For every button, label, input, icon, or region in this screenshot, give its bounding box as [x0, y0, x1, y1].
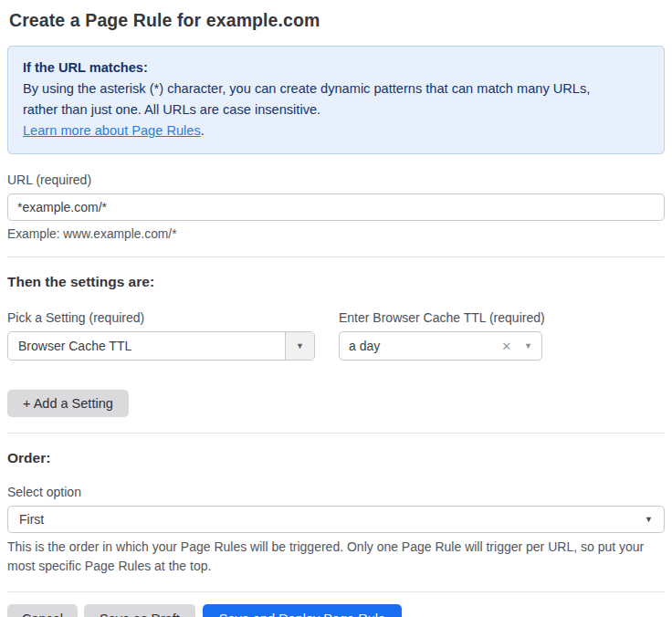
save-and-deploy-button[interactable]: Save and Deploy Page Rule	[203, 604, 402, 617]
create-page-rule-form: Create a Page Rule for example.com If th…	[0, 0, 672, 617]
settings-row: Pick a Setting (required) Browser Cache …	[7, 290, 665, 361]
ttl-picker-select[interactable]: a day ✕ ▼	[339, 331, 542, 361]
chevron-down-icon: ▼	[296, 341, 304, 350]
ttl-picker-column: Enter Browser Cache TTL (required) a day…	[339, 290, 545, 361]
order-section-heading: Order:	[7, 450, 665, 466]
info-box-line2: rather than just one. All URLs are case …	[23, 99, 649, 120]
ttl-picker-label: Enter Browser Cache TTL (required)	[339, 310, 545, 325]
info-box-link-row: Learn more about Page Rules.	[23, 120, 649, 141]
divider-footer	[7, 591, 665, 592]
setting-picker-column: Pick a Setting (required) Browser Cache …	[7, 290, 315, 361]
cancel-button[interactable]: Cancel	[7, 604, 78, 617]
settings-section-heading: Then the settings are:	[7, 274, 665, 290]
url-input[interactable]	[7, 193, 665, 221]
clear-icon[interactable]: ✕	[501, 340, 511, 353]
footer-actions: Cancel Save as Draft Save and Deploy Pag…	[7, 604, 665, 617]
chevron-down-icon: ▼	[524, 341, 532, 350]
divider-order	[7, 433, 665, 434]
info-box-line1: By using the asterisk (*) character, you…	[23, 78, 649, 99]
url-example-helper: Example: www.example.com/*	[7, 227, 665, 241]
divider-settings	[7, 256, 665, 257]
learn-more-link[interactable]: Learn more about Page Rules	[23, 123, 201, 138]
setting-picker-value: Browser Cache TTL	[8, 339, 285, 353]
info-box-heading: If the URL matches:	[23, 58, 649, 78]
caret-cap[interactable]: ▼	[285, 332, 314, 360]
chevron-down-icon: ▼	[645, 515, 653, 524]
setting-picker-select[interactable]: Browser Cache TTL ▼	[7, 331, 315, 361]
order-select-value: First	[19, 512, 645, 527]
save-as-draft-button[interactable]: Save as Draft	[84, 604, 195, 617]
url-match-info-box: If the URL matches: By using the asteris…	[7, 46, 665, 154]
ttl-picker-value: a day	[349, 339, 501, 353]
url-field-label: URL (required)	[7, 173, 665, 187]
link-suffix: .	[201, 123, 205, 138]
page-title: Create a Page Rule for example.com	[9, 10, 665, 31]
order-select-label: Select option	[7, 485, 665, 499]
order-helper-text: This is the order in which your Page Rul…	[7, 538, 661, 576]
order-select[interactable]: First ▼	[7, 506, 665, 533]
add-setting-button[interactable]: + Add a Setting	[7, 390, 129, 417]
setting-picker-label: Pick a Setting (required)	[7, 310, 315, 325]
